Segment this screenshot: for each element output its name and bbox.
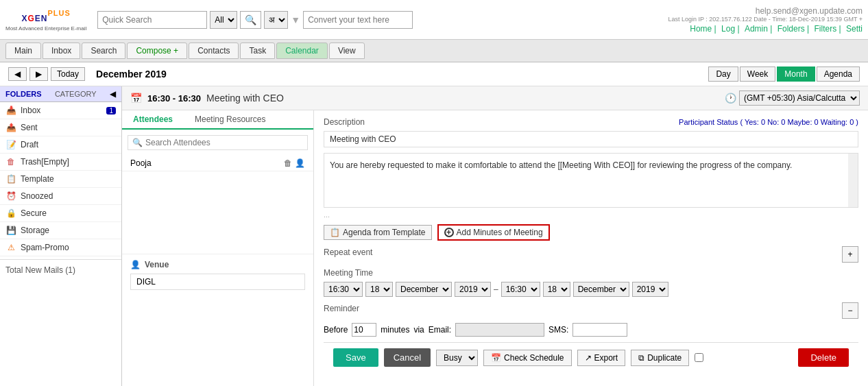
last-login: Last Login IP : 202.157.76.122 Date - Ti… [668, 16, 863, 23]
tab-contacts[interactable]: Contacts [189, 43, 239, 59]
repeat-add-button[interactable]: + [842, 246, 858, 263]
left-panel: Attendees Meeting Resources 🔍 Pooja 🗑 👤 [122, 110, 314, 386]
tab-search[interactable]: Search [82, 43, 125, 59]
duplicate-button[interactable]: ⧉ Duplicate [631, 350, 689, 366]
reminder-email-input[interactable] [455, 323, 544, 337]
user-email: help.send@xgen.update.com [668, 6, 863, 16]
sidebar-template-label: Template [21, 174, 116, 184]
end-time-select[interactable]: 16:30 [501, 282, 540, 297]
clock-icon: 🕐 [725, 93, 736, 104]
logo-sub: Most Advanced Enterprise E-mail [5, 25, 86, 32]
timezone-select[interactable]: (GMT +05:30) Asia/Calcutta [739, 91, 860, 106]
cal-view-agenda[interactable]: Agenda [817, 67, 860, 82]
sent-icon: 📤 [5, 122, 16, 133]
tab-main[interactable]: Main [5, 43, 41, 59]
end-month-select[interactable]: December [573, 282, 629, 297]
calendar-check-icon: 📅 [491, 353, 501, 363]
sidebar-item-draft[interactable]: 📝 Draft [0, 136, 121, 154]
agenda-icon: 📋 [330, 228, 340, 237]
reminder-sms-input[interactable] [572, 323, 627, 337]
attendee-profile-button[interactable]: 👤 [295, 158, 305, 168]
cal-today-button[interactable]: Today [51, 67, 85, 81]
filters-link[interactable]: Filters [815, 24, 837, 34]
reminder-minus-button[interactable]: − [842, 302, 858, 319]
tab-calendar[interactable]: Calendar [276, 43, 328, 59]
log-link[interactable]: Log [721, 24, 735, 34]
right-panel: Description Participant Status ( Yes: 0 … [314, 110, 868, 386]
sidebar-item-snoozed[interactable]: ⏰ Snoozed [0, 188, 121, 205]
tab-task[interactable]: Task [240, 43, 275, 59]
attendees-tabs: Attendees Meeting Resources [122, 110, 313, 130]
sidebar-item-storage[interactable]: 💾 Storage [0, 222, 121, 239]
agenda-from-template-button[interactable]: 📋 Agenda from Template [324, 225, 432, 240]
save-button[interactable]: Save [333, 348, 378, 367]
start-year-select[interactable]: 2019 [455, 282, 491, 297]
top-nav-links: Home | Log | Admin | Folders | Filters |… [668, 24, 863, 34]
end-day-select[interactable]: 18 [543, 282, 570, 297]
remove-attendee-button[interactable]: 🗑 [284, 158, 292, 168]
tab-compose[interactable]: Compose + [127, 43, 187, 59]
trash-icon: 🗑 [5, 156, 16, 167]
reminder-section: Reminder − Before minutes via Email: SMS… [324, 302, 858, 337]
snoozed-icon: ⏰ [5, 191, 16, 202]
delete-button[interactable]: Delete [798, 348, 849, 367]
sidebar-item-template[interactable]: 📋 Template [0, 171, 121, 188]
search-input[interactable] [97, 11, 207, 29]
chevron-icon: ▼ [291, 14, 300, 25]
hindi-select[interactable]: अ [264, 11, 288, 29]
inbox-badge: 1 [106, 107, 116, 114]
sidebar-item-secure[interactable]: 🔒 Secure [0, 205, 121, 222]
participant-status[interactable]: Participant Status ( Yes: 0 No: 0 Maybe:… [679, 118, 858, 126]
setti-link[interactable]: Setti [846, 24, 863, 34]
check-schedule-button[interactable]: 📅 Check Schedule [483, 350, 571, 366]
cal-view-day[interactable]: Day [708, 67, 738, 82]
cal-prev-button[interactable]: ◀ [8, 67, 27, 81]
tab-view[interactable]: View [329, 43, 365, 59]
sidebar-item-inbox[interactable]: 📥 Inbox 1 [0, 102, 121, 119]
description-scrollbar[interactable] [848, 154, 858, 207]
busy-select[interactable]: Busy [436, 350, 478, 366]
cal-view-month[interactable]: Month [777, 67, 815, 82]
before-label: Before [324, 325, 348, 335]
attendee-name: Pooja [130, 158, 284, 168]
start-time-select[interactable]: 16:30 [324, 282, 363, 297]
sidebar-sent-label: Sent [21, 123, 116, 132]
search-button[interactable]: 🔍 [240, 11, 261, 29]
add-minutes-button[interactable]: + Add Minutes of Meeting [437, 224, 550, 241]
cancel-button[interactable]: Cancel [384, 348, 431, 367]
sidebar-item-trash[interactable]: 🗑 Trash[Empty] [0, 154, 121, 171]
agenda-row: 📋 Agenda from Template + Add Minutes of … [324, 224, 858, 241]
search-attendees-input[interactable] [145, 138, 303, 147]
sidebar-item-sent[interactable]: 📤 Sent [0, 119, 121, 136]
via-label: via [413, 325, 424, 335]
tab-meeting-resources[interactable]: Meeting Resources [184, 110, 276, 128]
venue-icon: 👤 [130, 260, 141, 269]
cal-next-button[interactable]: ▶ [29, 67, 48, 81]
search-filter-select[interactable]: All [210, 11, 237, 29]
home-link[interactable]: Home [690, 24, 712, 34]
start-day-select[interactable]: 18 [365, 282, 393, 297]
tab-inbox[interactable]: Inbox [43, 43, 80, 59]
minutes-label: minutes [381, 325, 409, 335]
calendar-icon: 📅 [130, 93, 142, 104]
sidebar-category-label[interactable]: CATEGORY [55, 90, 97, 98]
tab-attendees[interactable]: Attendees [122, 110, 184, 130]
sidebar-item-spam[interactable]: ⚠ Spam-Promo [0, 239, 121, 256]
venue-input[interactable] [130, 274, 305, 290]
end-year-select[interactable]: 2019 [632, 282, 668, 297]
convert-input[interactable] [303, 11, 413, 29]
description-more: ... [324, 210, 858, 219]
footer-buttons: Save Cancel Busy 📅 Check Schedule ↗ Expo… [324, 342, 858, 372]
export-icon: ↗ [585, 353, 592, 363]
duplicate-checkbox[interactable] [695, 353, 703, 362]
event-header: 📅 16:30 - 16:30 Meeting with CEO 🕐 (GMT … [122, 86, 868, 110]
export-button[interactable]: ↗ Export [577, 350, 626, 366]
sidebar-toggle-icon[interactable]: ◀ [110, 89, 116, 99]
folders-link[interactable]: Folders [777, 24, 805, 34]
description-header: Description Participant Status ( Yes: 0 … [324, 117, 858, 127]
admin-link[interactable]: Admin [745, 24, 768, 34]
cal-view-week[interactable]: Week [740, 67, 775, 82]
reminder-minutes-input[interactable] [352, 323, 376, 337]
search-attendees-icon: 🔍 [132, 138, 143, 147]
start-month-select[interactable]: December [396, 282, 452, 297]
